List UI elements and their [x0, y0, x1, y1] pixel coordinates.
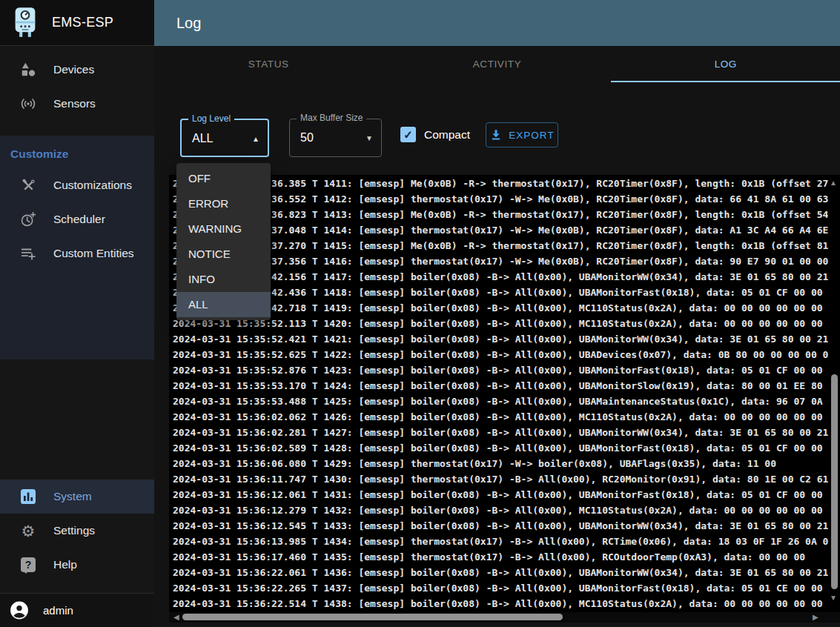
log-line: 2024-03-31 15:36:12.545 T 1433: [emsesp]… [173, 518, 828, 534]
log-line: 2024-03-31 15:35:52.113 T 1420: [emsesp]… [173, 316, 828, 331]
log-line: 2024-03-31 15:36:17.460 T 1435: [emsesp]… [173, 549, 828, 565]
sidebar: EMS-ESP Devices [0, 0, 154, 627]
sidebar-bottom: System ⚙ Settings ? Help [0, 480, 154, 627]
log-line: 2024-03-31 15:35:37.270 T 1415: [emsesp]… [173, 238, 828, 253]
sidebar-item-customizations[interactable]: Customizations [0, 168, 154, 202]
log-tab-content: Log Level ALL ▲ Max Buffer Size 50 ▼ ✓ C… [154, 82, 840, 627]
log-line: 2024-03-31 15:35:36.823 T 1413: [emsesp]… [173, 207, 828, 222]
app-title: EMS-ESP [52, 15, 113, 30]
export-button[interactable]: EXPORT [486, 122, 558, 147]
customize-section-header: Customize [0, 136, 154, 168]
max-buffer-size-label: Max Buffer Size [297, 113, 366, 123]
log-line: 2024-03-31 15:36:22.061 T 1436: [emsesp]… [173, 565, 828, 580]
gear-icon: ⚙ [19, 523, 38, 539]
tab-bar: STATUS ACTIVITY LOG [154, 46, 840, 82]
menu-item-info[interactable]: INFO [176, 267, 271, 292]
compact-checkbox[interactable]: ✓ [400, 127, 416, 142]
horizontal-scrollbar[interactable]: ◀ ▶ [169, 612, 840, 623]
sidebar-item-devices[interactable]: Devices [0, 53, 154, 87]
log-level-label: Log Level [188, 113, 234, 124]
log-line: 2024-03-31 15:35:42.156 T 1417: [emsesp]… [173, 269, 828, 285]
sidebar-item-label: Help [53, 558, 77, 571]
boiler-logo-icon [11, 7, 39, 39]
log-lines: 2024-03-31 15:35:36.385 T 1411: [emsesp]… [173, 176, 828, 612]
sidebar-item-label: Settings [53, 524, 95, 537]
sidebar-item-label: Custom Entities [53, 247, 134, 260]
tab-status[interactable]: STATUS [154, 46, 383, 82]
sidebar-item-label: System [53, 490, 92, 503]
log-line: 2024-03-31 15:35:53.170 T 1424: [emsesp]… [173, 378, 828, 394]
menu-item-error[interactable]: ERROR [176, 191, 271, 216]
sidebar-item-sensors[interactable]: Sensors [0, 87, 154, 121]
help-icon: ? [19, 557, 38, 572]
log-line: 2024-03-31 15:36:02.281 T 1427: [emsesp]… [173, 425, 828, 440]
log-level-value: ALL [192, 132, 213, 145]
log-level-menu: OFF ERROR WARNING NOTICE INFO ALL [176, 163, 271, 320]
log-line: 2024-03-31 15:36:02.062 T 1426: [emsesp]… [173, 409, 828, 425]
log-line: 2024-03-31 15:36:22.265 T 1437: [emsesp]… [173, 580, 828, 596]
log-line: 2024-03-31 15:35:37.356 T 1416: [emsesp]… [173, 253, 828, 269]
menu-item-warning[interactable]: WARNING [176, 216, 271, 242]
scroll-down-icon[interactable]: ▼ [830, 594, 837, 602]
max-buffer-size-select[interactable]: Max Buffer Size 50 ▼ [289, 119, 382, 157]
devices-icon [19, 62, 38, 78]
log-line: 2024-03-31 15:36:06.080 T 1429: [emsesp]… [173, 456, 828, 471]
log-line: 2024-03-31 15:36:13.985 T 1434: [emsesp]… [173, 534, 828, 549]
caret-down-icon: ▼ [366, 134, 373, 142]
log-line: 2024-03-31 15:35:36.385 T 1411: [emsesp]… [173, 176, 828, 191]
sidebar-item-settings[interactable]: ⚙ Settings [0, 514, 154, 548]
horizontal-scrollbar-thumb[interactable] [182, 614, 563, 620]
tab-log[interactable]: LOG [612, 46, 840, 82]
log-line: 2024-03-31 15:35:36.552 T 1412: [emsesp]… [173, 191, 828, 207]
scroll-up-icon[interactable]: ▲ [830, 179, 837, 187]
compact-checkbox-row[interactable]: ✓ Compact [400, 127, 470, 142]
log-line: 2024-03-31 15:36:22.514 T 1438: [emsesp]… [173, 596, 828, 611]
vertical-scrollbar-thumb[interactable] [831, 374, 838, 589]
sidebar-nav: Devices Sensors [0, 46, 154, 121]
sidebar-header: EMS-ESP [0, 0, 154, 46]
sidebar-item-label: Sensors [53, 97, 96, 110]
sidebar-item-help[interactable]: ? Help [0, 548, 154, 582]
compact-label: Compact [424, 128, 470, 142]
log-line: 2024-03-31 15:35:42.436 T 1418: [emsesp]… [173, 285, 828, 300]
username-label: admin [43, 604, 73, 617]
sidebar-user-row[interactable]: admin [0, 593, 154, 627]
sidebar-item-custom-entities[interactable]: Custom Entities [0, 236, 154, 271]
playlist-add-icon [19, 245, 38, 262]
sidebar-customize-section: Customize Customizations [0, 136, 154, 359]
sidebar-item-label: Scheduler [53, 213, 105, 226]
log-line: 2024-03-31 15:36:12.061 T 1431: [emsesp]… [173, 487, 828, 502]
log-line: 2024-03-31 15:35:52.625 T 1422: [emsesp]… [173, 347, 828, 362]
account-circle-icon [10, 600, 29, 620]
menu-item-notice[interactable]: NOTICE [176, 242, 271, 267]
log-line: 2024-03-31 15:36:11.747 T 1430: [emsesp]… [173, 471, 828, 487]
log-line: 2024-03-31 15:36:12.279 T 1432: [emsesp]… [173, 502, 828, 518]
sidebar-item-label: Devices [53, 63, 94, 76]
sidebar-item-system[interactable]: System [0, 480, 154, 514]
sensors-icon [19, 95, 38, 113]
menu-item-all[interactable]: ALL [176, 292, 271, 317]
tools-icon [19, 178, 38, 193]
log-line: 2024-03-31 15:35:52.421 T 1421: [emsesp]… [173, 331, 828, 347]
caret-up-icon: ▲ [252, 135, 259, 143]
scroll-left-icon[interactable]: ◀ [173, 614, 179, 621]
tab-activity[interactable]: ACTIVITY [383, 46, 611, 82]
main-area: Log STATUS ACTIVITY LOG Log Level ALL ▲ … [154, 0, 840, 627]
log-line: 2024-03-31 15:35:37.048 T 1414: [emsesp]… [173, 222, 828, 238]
log-line: 2024-03-31 15:35:53.488 T 1425: [emsesp]… [173, 394, 828, 409]
sidebar-item-scheduler[interactable]: Scheduler [0, 202, 154, 236]
export-label: EXPORT [509, 130, 554, 141]
max-buffer-size-value: 50 [300, 131, 314, 145]
log-line: 2024-03-31 15:36:02.589 T 1428: [emsesp]… [173, 440, 828, 456]
menu-item-off[interactable]: OFF [176, 166, 271, 191]
download-icon [489, 128, 503, 142]
analytics-icon [19, 488, 38, 505]
sidebar-item-label: Customizations [53, 179, 132, 192]
ems-esp-app: EMS-ESP Devices [0, 0, 840, 627]
clock-plus-icon [19, 211, 38, 228]
log-level-select[interactable]: Log Level ALL ▲ [180, 119, 269, 157]
topbar: Log [154, 0, 840, 46]
log-line: 2024-03-31 15:35:52.876 T 1423: [emsesp]… [173, 362, 828, 378]
log-line: 2024-03-31 15:35:42.718 T 1419: [emsesp]… [173, 300, 828, 316]
scroll-right-icon[interactable]: ▶ [813, 614, 818, 621]
